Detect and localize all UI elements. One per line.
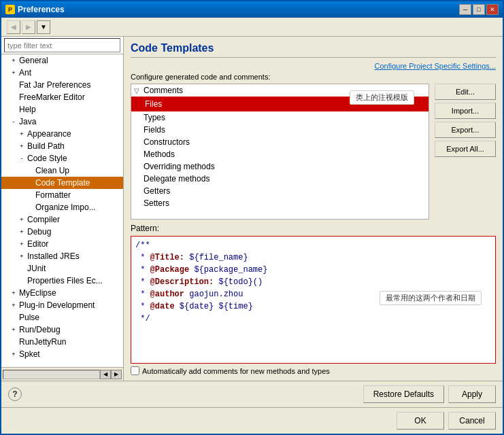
- tpl-item-files[interactable]: Files: [131, 97, 429, 111]
- tpl-item-methods[interactable]: Methods: [131, 148, 429, 160]
- sidebar-item-buildpath[interactable]: + Build Path: [1, 140, 123, 152]
- sidebar-item-fatjar[interactable]: Fat Jar Preferences: [1, 79, 123, 91]
- tpl-label-comments: Comments: [144, 86, 183, 95]
- expander-rundebug: +: [10, 326, 18, 334]
- sidebar-label-codestyle: Code Style: [27, 154, 67, 163]
- tpl-item-comments[interactable]: ▽ Comments: [131, 84, 429, 97]
- sidebar-label-junit: JUnit: [27, 264, 46, 273]
- expander-cleanup: [26, 167, 34, 175]
- sidebar-item-editor[interactable]: + Editor: [1, 238, 123, 250]
- expander-appearance: +: [18, 130, 26, 138]
- sidebar-label-java: Java: [19, 117, 36, 126]
- pattern-editor[interactable]: /** * @Title: ${file_name} * @Package ${…: [131, 236, 496, 364]
- tpl-item-overriding[interactable]: Overriding methods: [131, 160, 429, 173]
- bottom-right: Restore Defaults Apply: [363, 385, 496, 403]
- sidebar-label-runjettyrun: RunJettyRun: [19, 337, 66, 347]
- panel-title: Code Templates: [131, 42, 496, 58]
- import-button[interactable]: Import...: [435, 103, 496, 119]
- config-project-link[interactable]: Configure Project Specific Settings...: [131, 62, 496, 70]
- apply-button[interactable]: Apply: [448, 385, 496, 403]
- maximize-button[interactable]: □: [473, 4, 485, 15]
- sidebar-bottom: ◀ ▶: [1, 367, 123, 381]
- sidebar-item-junit[interactable]: JUnit: [1, 262, 123, 275]
- sidebar-label-plugin: Plug-in Development: [19, 300, 95, 310]
- sidebar-item-runjettyrun[interactable]: RunJettyRun: [1, 336, 123, 348]
- sidebar-item-codestyle[interactable]: - Code Style: [1, 152, 123, 164]
- tpl-label-delegate: Delegate methods: [144, 174, 209, 184]
- sidebar-label-editor: Editor: [27, 239, 48, 249]
- minimize-button[interactable]: ─: [459, 4, 471, 15]
- sidebar-item-debug[interactable]: + Debug: [1, 226, 123, 238]
- sidebar-item-organize[interactable]: Organize Impo...: [1, 201, 123, 213]
- search-box: [1, 37, 123, 54]
- expander-editor: +: [18, 240, 26, 248]
- window-icon: P: [5, 5, 15, 14]
- tpl-item-constructors[interactable]: Constructors: [131, 136, 429, 148]
- sidebar-item-pulse[interactable]: Pulse: [1, 311, 123, 324]
- tpl-item-delegate[interactable]: Delegate methods: [131, 173, 429, 185]
- sidebar-item-codetemplate[interactable]: Code Template: [1, 177, 123, 189]
- bottom-left: ?: [8, 387, 22, 401]
- tpl-buttons: Edit... Import... Export... Export All..…: [435, 84, 496, 220]
- sidebar-scroll-left[interactable]: ◀: [100, 370, 111, 379]
- nav-forward-button[interactable]: ▶: [22, 20, 35, 34]
- templates-tree: ▽ Comments Files Types Fields: [131, 84, 429, 220]
- pattern-line-7: */: [135, 313, 491, 325]
- nav-dropdown-button[interactable]: ▼: [37, 20, 50, 34]
- tpl-item-getters[interactable]: Getters: [131, 185, 429, 197]
- sidebar-item-rundebug[interactable]: + Run/Debug: [1, 324, 123, 336]
- sidebar-item-compiler[interactable]: + Compiler: [1, 213, 123, 226]
- pattern-line-2: * @Title: ${file_name}: [135, 251, 491, 264]
- pattern-line-1: /**: [135, 239, 491, 251]
- search-input[interactable]: [4, 38, 120, 52]
- sidebar-label-properties: Properties Files Ec...: [27, 276, 103, 285]
- expander-freemarker: [10, 93, 18, 101]
- sidebar-item-cleanup[interactable]: Clean Up: [1, 164, 123, 177]
- sidebar-item-plugin[interactable]: + Plug-in Development: [1, 299, 123, 311]
- tpl-item-setters[interactable]: Setters: [131, 197, 429, 209]
- tpl-item-types[interactable]: Types: [131, 111, 429, 124]
- sidebar-item-appearance[interactable]: + Appearance: [1, 128, 123, 140]
- pattern-wrapper: Pattern: /** * @Title: ${file_name} * @P…: [131, 224, 496, 364]
- expander-myeclipse: +: [10, 289, 18, 297]
- sidebar-label-myeclipse: MyEclipse: [19, 288, 56, 298]
- tpl-item-fields[interactable]: Fields: [131, 124, 429, 136]
- templates-section: ▽ Comments Files Types Fields: [131, 84, 496, 220]
- export-button[interactable]: Export...: [435, 122, 496, 138]
- edit-button[interactable]: Edit...: [435, 84, 496, 100]
- ok-button[interactable]: OK: [397, 412, 444, 430]
- sidebar-item-spket[interactable]: + Spket: [1, 348, 123, 360]
- sidebar-item-java[interactable]: - Java: [1, 116, 123, 128]
- tree-container: + General + Ant Fat Jar Preferences Free…: [1, 54, 123, 367]
- auto-comments-checkbox[interactable]: [131, 366, 139, 375]
- title-buttons: ─ □ ✕: [459, 4, 499, 15]
- close-button[interactable]: ✕: [486, 4, 499, 15]
- config-label: Configure generated code and comments:: [131, 73, 496, 81]
- nav-back-button[interactable]: ◀: [7, 20, 20, 34]
- sidebar-item-installedjres[interactable]: + Installed JREs: [1, 250, 123, 262]
- expander-fatjar: [10, 81, 18, 89]
- sidebar-item-general[interactable]: + General: [1, 54, 123, 67]
- export-all-button[interactable]: Export All...: [435, 141, 496, 157]
- expander-properties: [18, 277, 26, 285]
- expander-java: -: [10, 118, 18, 126]
- sidebar-label-appearance: Appearance: [27, 129, 71, 139]
- right-panel: Code Templates Configure Project Specifi…: [124, 37, 503, 381]
- sidebar-scroll-right[interactable]: ▶: [111, 370, 122, 379]
- sidebar-item-freemarker[interactable]: FreeMarker Editor: [1, 91, 123, 103]
- sidebar-item-formatter[interactable]: Formatter: [1, 189, 123, 201]
- expander-debug: +: [18, 228, 26, 236]
- main-content: + General + Ant Fat Jar Preferences Free…: [1, 37, 503, 381]
- sidebar-item-myeclipse[interactable]: + MyEclipse: [1, 287, 123, 299]
- help-button[interactable]: ?: [8, 387, 22, 401]
- sidebar-label-spket: Spket: [19, 349, 40, 359]
- restore-defaults-button[interactable]: Restore Defaults: [363, 385, 444, 403]
- sidebar-item-properties[interactable]: Properties Files Ec...: [1, 275, 123, 287]
- sidebar-label-compiler: Compiler: [27, 215, 60, 224]
- sidebar-item-help[interactable]: Help: [1, 103, 123, 116]
- toolbar-nav: ◀ ▶ ▼: [7, 20, 50, 34]
- sidebar-item-ant[interactable]: + Ant: [1, 67, 123, 79]
- tpl-label-overriding: Overriding methods: [144, 162, 215, 171]
- sidebar: + General + Ant Fat Jar Preferences Free…: [1, 37, 124, 381]
- cancel-button[interactable]: Cancel: [448, 412, 496, 430]
